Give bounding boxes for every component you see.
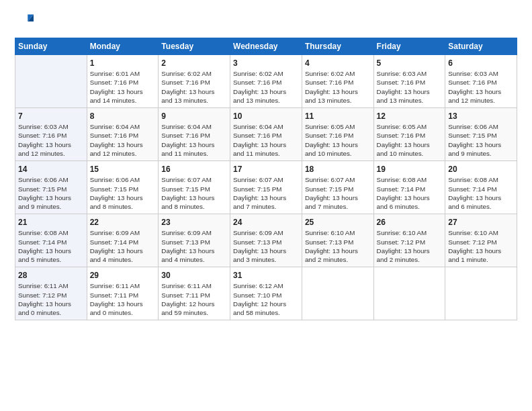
day-number: 23 — [161, 217, 227, 228]
calendar-cell: 1Sunrise: 6:01 AM Sunset: 7:16 PM Daylig… — [87, 55, 159, 108]
day-info: Sunrise: 6:06 AM Sunset: 7:15 PM Dayligh… — [448, 122, 514, 158]
calendar-cell: 27Sunrise: 6:10 AM Sunset: 7:12 PM Dayli… — [445, 214, 517, 267]
day-number: 9 — [161, 111, 227, 122]
day-info: Sunrise: 6:08 AM Sunset: 7:14 PM Dayligh… — [448, 175, 514, 211]
day-number: 2 — [161, 58, 227, 68]
calendar-cell: 23Sunrise: 6:09 AM Sunset: 7:13 PM Dayli… — [159, 214, 230, 267]
calendar-cell: 16Sunrise: 6:07 AM Sunset: 7:15 PM Dayli… — [159, 161, 230, 214]
day-number: 7 — [18, 111, 84, 122]
calendar-week-row: 14Sunrise: 6:06 AM Sunset: 7:15 PM Dayli… — [15, 161, 517, 214]
calendar-cell: 7Sunrise: 6:03 AM Sunset: 7:16 PM Daylig… — [15, 108, 87, 161]
day-number: 4 — [305, 58, 371, 68]
day-number: 16 — [161, 164, 227, 175]
day-info: Sunrise: 6:06 AM Sunset: 7:15 PM Dayligh… — [90, 175, 156, 211]
calendar-cell: 4Sunrise: 6:02 AM Sunset: 7:16 PM Daylig… — [302, 55, 373, 108]
day-number: 11 — [305, 111, 371, 122]
calendar-cell: 28Sunrise: 6:11 AM Sunset: 7:12 PM Dayli… — [15, 267, 87, 320]
calendar-cell — [302, 267, 373, 320]
day-info: Sunrise: 6:05 AM Sunset: 7:16 PM Dayligh… — [305, 122, 371, 158]
day-info: Sunrise: 6:08 AM Sunset: 7:14 PM Dayligh… — [377, 175, 443, 211]
calendar-cell: 17Sunrise: 6:07 AM Sunset: 7:15 PM Dayli… — [230, 161, 302, 214]
day-of-week-header: Thursday — [302, 38, 373, 55]
day-of-week-header: Wednesday — [230, 38, 302, 55]
calendar-cell: 19Sunrise: 6:08 AM Sunset: 7:14 PM Dayli… — [373, 161, 445, 214]
day-info: Sunrise: 6:12 AM Sunset: 7:10 PM Dayligh… — [233, 281, 299, 317]
calendar-cell: 30Sunrise: 6:11 AM Sunset: 7:11 PM Dayli… — [159, 267, 230, 320]
day-info: Sunrise: 6:11 AM Sunset: 7:11 PM Dayligh… — [161, 281, 227, 317]
day-info: Sunrise: 6:07 AM Sunset: 7:15 PM Dayligh… — [161, 175, 227, 211]
day-info: Sunrise: 6:03 AM Sunset: 7:16 PM Dayligh… — [377, 69, 443, 105]
calendar-cell: 5Sunrise: 6:03 AM Sunset: 7:16 PM Daylig… — [373, 55, 445, 108]
page-container: SundayMondayTuesdayWednesdayThursdayFrid… — [0, 0, 532, 328]
day-info: Sunrise: 6:08 AM Sunset: 7:14 PM Dayligh… — [18, 228, 84, 264]
day-info: Sunrise: 6:07 AM Sunset: 7:15 PM Dayligh… — [233, 175, 299, 211]
day-number: 14 — [18, 164, 84, 175]
day-info: Sunrise: 6:09 AM Sunset: 7:14 PM Dayligh… — [90, 228, 156, 264]
day-info: Sunrise: 6:04 AM Sunset: 7:16 PM Dayligh… — [90, 122, 156, 158]
calendar-cell: 8Sunrise: 6:04 AM Sunset: 7:16 PM Daylig… — [87, 108, 159, 161]
day-number: 10 — [233, 111, 299, 122]
day-info: Sunrise: 6:06 AM Sunset: 7:15 PM Dayligh… — [18, 175, 84, 211]
calendar-cell: 13Sunrise: 6:06 AM Sunset: 7:15 PM Dayli… — [445, 108, 517, 161]
day-number: 28 — [18, 270, 84, 281]
day-number: 24 — [233, 217, 299, 228]
calendar-cell: 3Sunrise: 6:02 AM Sunset: 7:16 PM Daylig… — [230, 55, 302, 108]
day-info: Sunrise: 6:10 AM Sunset: 7:12 PM Dayligh… — [448, 228, 514, 264]
day-number: 1 — [90, 58, 156, 68]
logo-icon — [15, 12, 34, 31]
day-of-week-header: Tuesday — [159, 38, 230, 55]
day-number: 26 — [377, 217, 443, 228]
day-info: Sunrise: 6:05 AM Sunset: 7:16 PM Dayligh… — [377, 122, 443, 158]
day-of-week-header: Sunday — [15, 38, 87, 55]
day-info: Sunrise: 6:02 AM Sunset: 7:16 PM Dayligh… — [161, 69, 227, 105]
calendar-cell: 31Sunrise: 6:12 AM Sunset: 7:10 PM Dayli… — [230, 267, 302, 320]
header-row: SundayMondayTuesdayWednesdayThursdayFrid… — [15, 38, 517, 55]
day-info: Sunrise: 6:11 AM Sunset: 7:11 PM Dayligh… — [90, 281, 156, 317]
header — [15, 12, 517, 31]
calendar-cell: 11Sunrise: 6:05 AM Sunset: 7:16 PM Dayli… — [302, 108, 373, 161]
calendar-cell: 18Sunrise: 6:07 AM Sunset: 7:15 PM Dayli… — [302, 161, 373, 214]
calendar-cell: 15Sunrise: 6:06 AM Sunset: 7:15 PM Dayli… — [87, 161, 159, 214]
calendar-cell: 24Sunrise: 6:09 AM Sunset: 7:13 PM Dayli… — [230, 214, 302, 267]
calendar-cell: 21Sunrise: 6:08 AM Sunset: 7:14 PM Dayli… — [15, 214, 87, 267]
day-number: 18 — [305, 164, 371, 175]
calendar-cell: 14Sunrise: 6:06 AM Sunset: 7:15 PM Dayli… — [15, 161, 87, 214]
calendar-cell: 6Sunrise: 6:03 AM Sunset: 7:16 PM Daylig… — [445, 55, 517, 108]
day-info: Sunrise: 6:11 AM Sunset: 7:12 PM Dayligh… — [18, 281, 84, 317]
day-info: Sunrise: 6:02 AM Sunset: 7:16 PM Dayligh… — [233, 69, 299, 105]
day-number: 13 — [448, 111, 514, 122]
day-number: 21 — [18, 217, 84, 228]
calendar-week-row: 1Sunrise: 6:01 AM Sunset: 7:16 PM Daylig… — [15, 55, 517, 108]
calendar-cell — [15, 55, 87, 108]
calendar-cell — [445, 267, 517, 320]
day-number: 12 — [377, 111, 443, 122]
day-info: Sunrise: 6:03 AM Sunset: 7:16 PM Dayligh… — [448, 69, 514, 105]
day-info: Sunrise: 6:10 AM Sunset: 7:12 PM Dayligh… — [377, 228, 443, 264]
day-number: 15 — [90, 164, 156, 175]
day-number: 19 — [377, 164, 443, 175]
day-info: Sunrise: 6:09 AM Sunset: 7:13 PM Dayligh… — [161, 228, 227, 264]
day-info: Sunrise: 6:04 AM Sunset: 7:16 PM Dayligh… — [233, 122, 299, 158]
calendar-week-row: 7Sunrise: 6:03 AM Sunset: 7:16 PM Daylig… — [15, 108, 517, 161]
day-number: 20 — [448, 164, 514, 175]
calendar-cell: 25Sunrise: 6:10 AM Sunset: 7:13 PM Dayli… — [302, 214, 373, 267]
calendar-cell: 20Sunrise: 6:08 AM Sunset: 7:14 PM Dayli… — [445, 161, 517, 214]
calendar-cell: 22Sunrise: 6:09 AM Sunset: 7:14 PM Dayli… — [87, 214, 159, 267]
day-info: Sunrise: 6:02 AM Sunset: 7:16 PM Dayligh… — [305, 69, 371, 105]
calendar-cell: 12Sunrise: 6:05 AM Sunset: 7:16 PM Dayli… — [373, 108, 445, 161]
day-number: 29 — [90, 270, 156, 281]
calendar-cell: 10Sunrise: 6:04 AM Sunset: 7:16 PM Dayli… — [230, 108, 302, 161]
day-number: 25 — [305, 217, 371, 228]
day-info: Sunrise: 6:01 AM Sunset: 7:16 PM Dayligh… — [90, 69, 156, 105]
calendar-cell: 29Sunrise: 6:11 AM Sunset: 7:11 PM Dayli… — [87, 267, 159, 320]
day-of-week-header: Monday — [87, 38, 159, 55]
day-number: 22 — [90, 217, 156, 228]
logo — [15, 12, 36, 31]
day-number: 5 — [377, 58, 443, 68]
day-number: 27 — [448, 217, 514, 228]
day-info: Sunrise: 6:09 AM Sunset: 7:13 PM Dayligh… — [233, 228, 299, 264]
calendar-cell — [373, 267, 445, 320]
calendar-cell: 2Sunrise: 6:02 AM Sunset: 7:16 PM Daylig… — [159, 55, 230, 108]
day-number: 30 — [161, 270, 227, 281]
day-info: Sunrise: 6:07 AM Sunset: 7:15 PM Dayligh… — [305, 175, 371, 211]
